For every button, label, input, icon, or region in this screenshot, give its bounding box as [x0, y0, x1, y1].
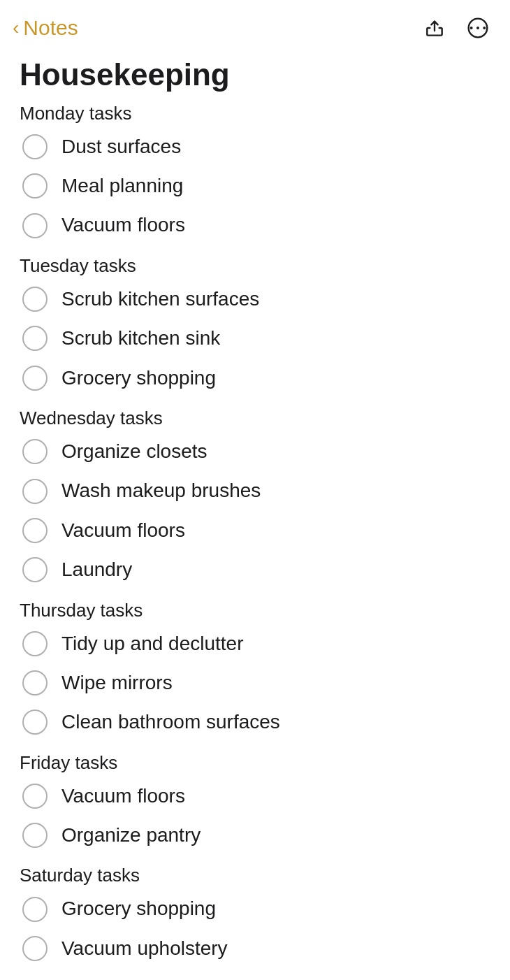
- task-item: Vacuum upholstery: [20, 929, 490, 968]
- task-checkbox[interactable]: [22, 479, 48, 504]
- task-checkbox[interactable]: [22, 936, 48, 961]
- task-item: Grocery shopping: [20, 889, 490, 928]
- task-checkbox[interactable]: [22, 631, 48, 656]
- task-label: Vacuum floors: [61, 212, 185, 238]
- task-checkbox[interactable]: [22, 709, 48, 735]
- page-title: Housekeeping: [20, 57, 490, 93]
- back-chevron-icon: ‹: [13, 18, 19, 38]
- task-checkbox[interactable]: [22, 670, 48, 696]
- task-item: Vacuum floors: [20, 777, 490, 816]
- note-content: Housekeeping Monday tasksDust surfacesMe…: [0, 50, 510, 980]
- task-item: Scrub kitchen sink: [20, 319, 490, 358]
- header: ‹ Notes: [0, 0, 510, 50]
- task-item: Meal planning: [20, 166, 490, 206]
- task-label: Tidy up and declutter: [61, 631, 243, 656]
- task-label: Dust surfaces: [61, 134, 181, 159]
- more-button[interactable]: [462, 13, 493, 43]
- section-saturday: Saturday tasksGrocery shoppingVacuum uph…: [20, 865, 490, 968]
- back-label: Notes: [23, 16, 78, 40]
- task-label: Clean bathroom surfaces: [61, 709, 280, 735]
- task-checkbox[interactable]: [22, 134, 48, 159]
- section-wednesday: Wednesday tasksOrganize closetsWash make…: [20, 408, 490, 590]
- svg-point-2: [476, 27, 479, 29]
- task-checkbox[interactable]: [22, 326, 48, 351]
- task-checkbox[interactable]: [22, 366, 48, 391]
- task-item: Tidy up and declutter: [20, 624, 490, 663]
- section-friday: Friday tasksVacuum floorsOrganize pantry: [20, 752, 490, 856]
- task-label: Organize closets: [61, 439, 207, 464]
- task-item: Wash makeup brushes: [20, 471, 490, 510]
- task-checkbox[interactable]: [22, 439, 48, 464]
- task-label: Vacuum upholstery: [61, 936, 228, 961]
- task-label: Laundry: [61, 557, 132, 582]
- share-button[interactable]: [419, 13, 450, 43]
- task-label: Scrub kitchen surfaces: [61, 287, 259, 312]
- section-monday: Monday tasksDust surfacesMeal planningVa…: [20, 103, 490, 245]
- task-label: Scrub kitchen sink: [61, 326, 220, 351]
- section-header-wednesday: Wednesday tasks: [20, 408, 490, 429]
- section-header-tuesday: Tuesday tasks: [20, 255, 490, 277]
- task-label: Organize pantry: [61, 823, 201, 848]
- task-label: Wash makeup brushes: [61, 478, 261, 503]
- svg-point-3: [483, 27, 486, 29]
- task-label: Meal planning: [61, 173, 183, 199]
- ellipsis-icon: [467, 17, 489, 39]
- task-label: Vacuum floors: [61, 518, 185, 543]
- back-button[interactable]: ‹ Notes: [13, 16, 78, 40]
- task-checkbox[interactable]: [22, 823, 48, 848]
- task-label: Grocery shopping: [61, 366, 216, 391]
- task-item: Organize closets: [20, 432, 490, 471]
- task-checkbox[interactable]: [22, 897, 48, 922]
- task-item: Scrub kitchen surfaces: [20, 280, 490, 319]
- section-header-saturday: Saturday tasks: [20, 865, 490, 886]
- task-item: Vacuum floors: [20, 206, 490, 245]
- task-item: Laundry: [20, 550, 490, 589]
- task-item: Grocery shopping: [20, 359, 490, 398]
- task-item: Dust surfaces: [20, 127, 490, 166]
- section-header-thursday: Thursday tasks: [20, 600, 490, 621]
- task-item: Clean bathroom surfaces: [20, 702, 490, 742]
- section-thursday: Thursday tasksTidy up and declutterWipe …: [20, 600, 490, 742]
- task-item: Wipe mirrors: [20, 663, 490, 702]
- task-item: Organize pantry: [20, 816, 490, 855]
- task-item: Vacuum floors: [20, 511, 490, 550]
- task-label: Wipe mirrors: [61, 670, 173, 696]
- section-header-monday: Monday tasks: [20, 103, 490, 124]
- task-label: Vacuum floors: [61, 784, 185, 809]
- sections-container: Monday tasksDust surfacesMeal planningVa…: [20, 103, 490, 969]
- share-icon: [423, 17, 446, 39]
- task-checkbox[interactable]: [22, 213, 48, 238]
- task-label: Grocery shopping: [61, 896, 216, 921]
- task-checkbox[interactable]: [22, 784, 48, 809]
- task-checkbox[interactable]: [22, 173, 48, 199]
- section-header-friday: Friday tasks: [20, 752, 490, 774]
- task-checkbox[interactable]: [22, 287, 48, 312]
- task-checkbox[interactable]: [22, 518, 48, 543]
- section-tuesday: Tuesday tasksScrub kitchen surfacesScrub…: [20, 255, 490, 398]
- header-actions: [419, 13, 493, 43]
- svg-point-1: [470, 27, 473, 29]
- task-checkbox[interactable]: [22, 557, 48, 582]
